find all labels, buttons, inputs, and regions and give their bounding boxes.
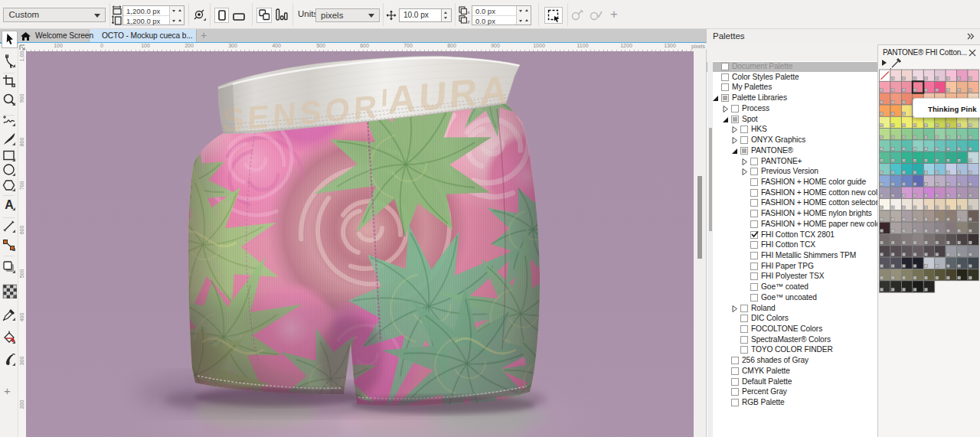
- svg-text:y: y: [468, 19, 470, 24]
- svg-text:A: A: [5, 198, 14, 211]
- svg-text:x: x: [468, 10, 470, 15]
